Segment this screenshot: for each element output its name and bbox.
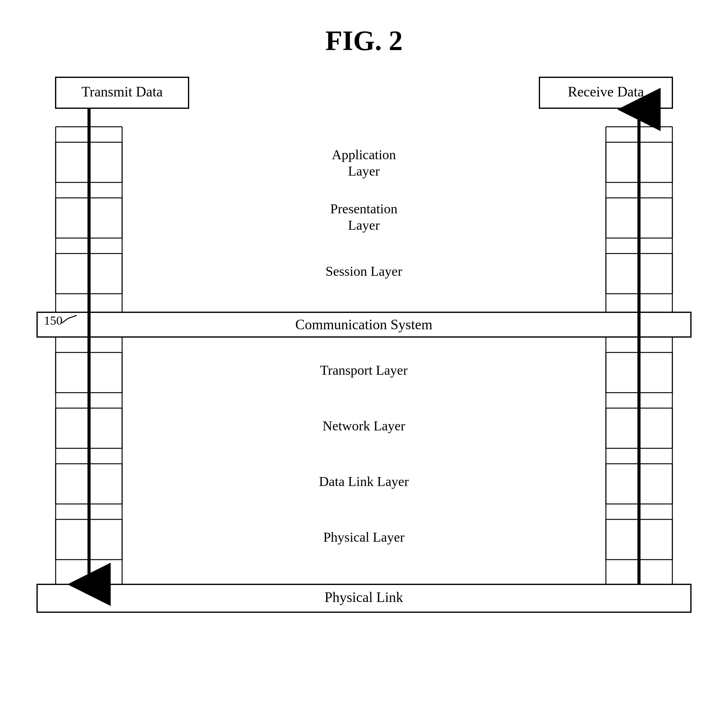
svg-text:Layer: Layer: [348, 218, 380, 233]
svg-text:Transmit Data: Transmit Data: [82, 84, 163, 100]
svg-text:Transport Layer: Transport Layer: [320, 363, 407, 378]
svg-text:Data Link Layer: Data Link Layer: [319, 474, 409, 489]
svg-text:Layer: Layer: [348, 164, 380, 179]
svg-text:Communication System: Communication System: [295, 317, 433, 332]
svg-text:150: 150: [44, 314, 63, 328]
page: FIG. 2 Transmit Data: [0, 0, 728, 721]
svg-text:Application: Application: [332, 147, 396, 162]
svg-line-37: [68, 315, 76, 318]
svg-text:Network Layer: Network Layer: [323, 418, 405, 433]
svg-text:Presentation: Presentation: [330, 201, 398, 216]
svg-text:Physical Link: Physical Link: [324, 589, 403, 605]
svg-text:Physical Layer: Physical Layer: [323, 530, 405, 545]
svg-text:Receive Data: Receive Data: [568, 84, 644, 100]
diagram: Transmit Data Communication System Physi…: [31, 68, 697, 705]
svg-line-36: [62, 318, 68, 323]
svg-text:Session Layer: Session Layer: [326, 264, 402, 279]
figure-title: FIG. 2: [0, 25, 728, 57]
